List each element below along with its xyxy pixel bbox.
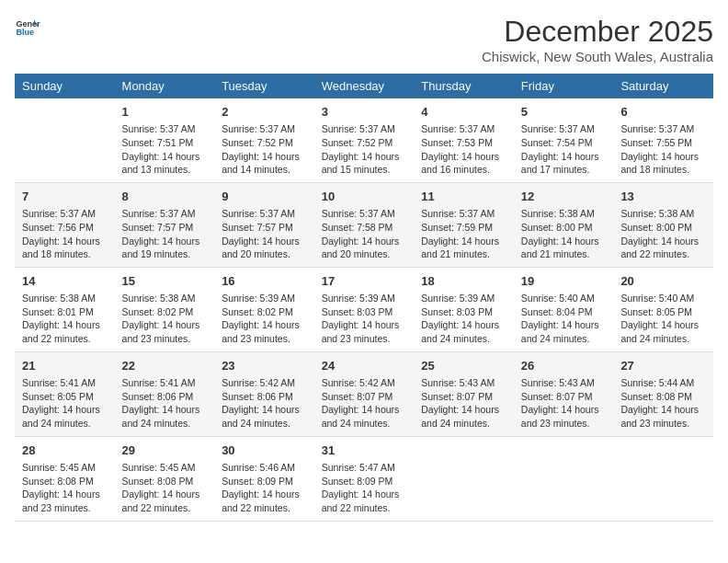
calendar-cell: 11Sunrise: 5:37 AMSunset: 7:59 PMDayligh… bbox=[414, 182, 514, 267]
day-number: 7 bbox=[22, 189, 108, 205]
cell-text: Daylight: 14 hours bbox=[521, 318, 607, 332]
calendar-cell: 8Sunrise: 5:37 AMSunset: 7:57 PMDaylight… bbox=[115, 182, 215, 267]
cell-text: Sunrise: 5:45 AM bbox=[22, 461, 108, 475]
cell-text: and 18 minutes. bbox=[620, 163, 706, 177]
cell-text: Sunset: 7:58 PM bbox=[322, 221, 407, 235]
cell-text: Sunset: 8:06 PM bbox=[222, 390, 307, 404]
calendar-cell: 27Sunrise: 5:44 AMSunset: 8:08 PMDayligh… bbox=[613, 351, 713, 436]
day-header-friday: Friday bbox=[514, 74, 614, 98]
calendar-cell: 7Sunrise: 5:37 AMSunset: 7:56 PMDaylight… bbox=[15, 182, 115, 267]
cell-text: Sunset: 8:08 PM bbox=[122, 475, 208, 488]
cell-text: Sunset: 7:52 PM bbox=[222, 136, 307, 150]
svg-text:Blue: Blue bbox=[16, 28, 34, 37]
calendar-cell: 22Sunrise: 5:41 AMSunset: 8:06 PMDayligh… bbox=[115, 351, 215, 436]
header: General Blue December 2025 Chiswick, New… bbox=[15, 15, 713, 64]
calendar-week-4: 21Sunrise: 5:41 AMSunset: 8:05 PMDayligh… bbox=[15, 351, 713, 436]
day-number: 13 bbox=[620, 189, 706, 205]
calendar-cell: 4Sunrise: 5:37 AMSunset: 7:53 PMDaylight… bbox=[414, 98, 514, 182]
day-number: 4 bbox=[421, 104, 506, 121]
cell-text: Sunrise: 5:39 AM bbox=[322, 292, 407, 305]
calendar-cell: 25Sunrise: 5:43 AMSunset: 8:07 PMDayligh… bbox=[414, 351, 514, 436]
logo: General Blue bbox=[15, 15, 40, 40]
cell-text: Daylight: 14 hours bbox=[421, 150, 506, 164]
cell-text: Sunset: 7:53 PM bbox=[421, 136, 506, 150]
cell-text: Daylight: 14 hours bbox=[620, 318, 706, 332]
cell-text: and 23 minutes. bbox=[222, 332, 307, 346]
calendar-cell: 14Sunrise: 5:38 AMSunset: 8:01 PMDayligh… bbox=[15, 267, 115, 351]
cell-text: Daylight: 14 hours bbox=[222, 403, 307, 417]
cell-text: and 24 minutes. bbox=[322, 417, 407, 431]
day-header-wednesday: Wednesday bbox=[314, 74, 415, 98]
cell-text: and 23 minutes. bbox=[521, 417, 607, 431]
day-number: 30 bbox=[222, 442, 307, 459]
cell-text: Sunrise: 5:37 AM bbox=[322, 122, 407, 136]
calendar-cell: 17Sunrise: 5:39 AMSunset: 8:03 PMDayligh… bbox=[314, 267, 415, 351]
cell-text: Sunrise: 5:40 AM bbox=[521, 292, 607, 305]
cell-text: Sunset: 8:07 PM bbox=[421, 390, 506, 404]
cell-text: and 21 minutes. bbox=[421, 247, 506, 261]
day-number: 5 bbox=[521, 104, 607, 121]
cell-text: Sunset: 8:03 PM bbox=[322, 305, 407, 319]
cell-text: Sunrise: 5:43 AM bbox=[521, 376, 607, 390]
calendar-cell: 21Sunrise: 5:41 AMSunset: 8:05 PMDayligh… bbox=[15, 351, 115, 436]
calendar-cell: 29Sunrise: 5:45 AMSunset: 8:08 PMDayligh… bbox=[115, 436, 215, 521]
calendar-cell: 30Sunrise: 5:46 AMSunset: 8:09 PMDayligh… bbox=[214, 436, 314, 521]
cell-text: Daylight: 14 hours bbox=[322, 318, 407, 332]
cell-text: Sunrise: 5:41 AM bbox=[22, 376, 108, 390]
calendar-cell: 9Sunrise: 5:37 AMSunset: 7:57 PMDaylight… bbox=[214, 182, 314, 267]
day-number: 21 bbox=[22, 358, 108, 374]
cell-text: Sunrise: 5:38 AM bbox=[620, 207, 706, 221]
cell-text: Sunrise: 5:39 AM bbox=[421, 292, 506, 305]
cell-text: Sunrise: 5:37 AM bbox=[22, 207, 108, 221]
calendar-cell: 16Sunrise: 5:39 AMSunset: 8:02 PMDayligh… bbox=[214, 267, 314, 351]
cell-text: Sunset: 8:09 PM bbox=[222, 475, 307, 488]
cell-text: Daylight: 14 hours bbox=[222, 488, 307, 501]
day-header-saturday: Saturday bbox=[613, 74, 713, 98]
calendar-cell: 2Sunrise: 5:37 AMSunset: 7:52 PMDaylight… bbox=[214, 98, 314, 182]
day-number: 2 bbox=[222, 104, 307, 121]
calendar-header-row: SundayMondayTuesdayWednesdayThursdayFrid… bbox=[15, 74, 713, 98]
cell-text: and 24 minutes. bbox=[620, 332, 706, 346]
cell-text: Daylight: 14 hours bbox=[620, 235, 706, 248]
day-number: 9 bbox=[222, 189, 307, 205]
cell-text: Sunset: 8:08 PM bbox=[620, 390, 706, 404]
calendar-cell: 12Sunrise: 5:38 AMSunset: 8:00 PMDayligh… bbox=[514, 182, 614, 267]
cell-text: Daylight: 14 hours bbox=[22, 488, 108, 501]
cell-text: and 24 minutes. bbox=[421, 332, 506, 346]
day-number: 26 bbox=[521, 358, 607, 374]
cell-text: and 23 minutes. bbox=[22, 501, 108, 515]
cell-text: Daylight: 14 hours bbox=[322, 488, 407, 501]
calendar-cell: 31Sunrise: 5:47 AMSunset: 8:09 PMDayligh… bbox=[314, 436, 415, 521]
cell-text: Sunset: 8:09 PM bbox=[322, 475, 407, 488]
day-number: 10 bbox=[322, 189, 407, 205]
day-number: 14 bbox=[22, 273, 108, 290]
cell-text: Sunset: 7:59 PM bbox=[421, 221, 506, 235]
calendar-cell bbox=[514, 436, 614, 521]
day-number: 8 bbox=[122, 189, 208, 205]
cell-text: and 20 minutes. bbox=[222, 247, 307, 261]
cell-text: Daylight: 14 hours bbox=[521, 235, 607, 248]
cell-text: Daylight: 14 hours bbox=[421, 403, 506, 417]
cell-text: Daylight: 14 hours bbox=[322, 403, 407, 417]
day-number: 1 bbox=[122, 104, 208, 121]
calendar-cell bbox=[613, 436, 713, 521]
cell-text: and 16 minutes. bbox=[421, 163, 506, 177]
cell-text: Sunrise: 5:39 AM bbox=[222, 292, 307, 305]
cell-text: Daylight: 14 hours bbox=[122, 318, 208, 332]
cell-text: Sunset: 7:57 PM bbox=[222, 221, 307, 235]
cell-text: Sunset: 7:56 PM bbox=[22, 221, 108, 235]
cell-text: Daylight: 14 hours bbox=[521, 403, 607, 417]
cell-text: Daylight: 14 hours bbox=[421, 318, 506, 332]
cell-text: Sunrise: 5:37 AM bbox=[122, 122, 208, 136]
cell-text: Sunrise: 5:37 AM bbox=[421, 207, 506, 221]
cell-text: Daylight: 14 hours bbox=[620, 403, 706, 417]
cell-text: Sunrise: 5:47 AM bbox=[322, 461, 407, 475]
calendar-cell: 6Sunrise: 5:37 AMSunset: 7:55 PMDaylight… bbox=[613, 98, 713, 182]
calendar-cell: 18Sunrise: 5:39 AMSunset: 8:03 PMDayligh… bbox=[414, 267, 514, 351]
cell-text: and 13 minutes. bbox=[122, 163, 208, 177]
cell-text: Sunset: 7:55 PM bbox=[620, 136, 706, 150]
cell-text: Sunset: 8:00 PM bbox=[620, 221, 706, 235]
calendar-cell: 19Sunrise: 5:40 AMSunset: 8:04 PMDayligh… bbox=[514, 267, 614, 351]
cell-text: Sunset: 8:01 PM bbox=[22, 305, 108, 319]
cell-text: Daylight: 14 hours bbox=[222, 318, 307, 332]
